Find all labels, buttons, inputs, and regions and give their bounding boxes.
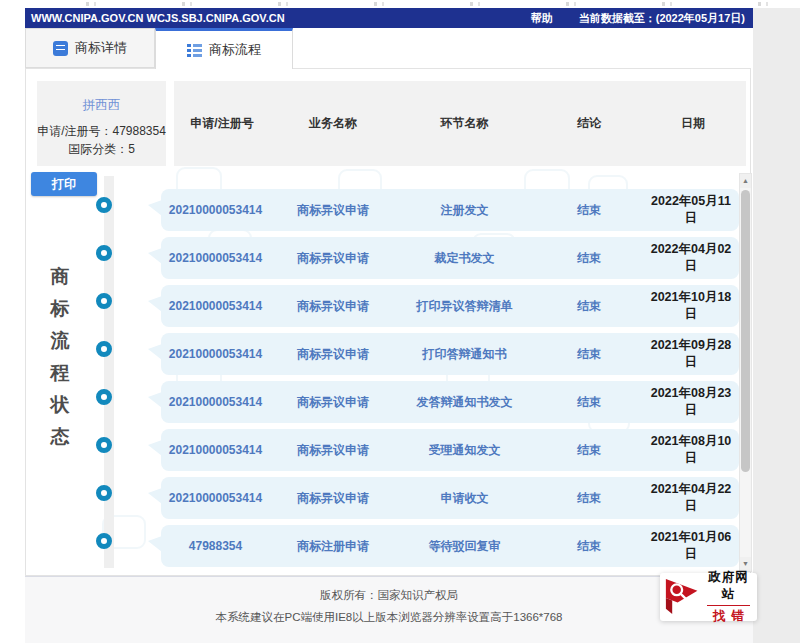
row-date: 2021年08月23日 xyxy=(645,385,737,419)
row-tail xyxy=(148,392,162,408)
row-date: 2021年08月10日 xyxy=(645,433,737,467)
scroll-up-icon[interactable]: ▲ xyxy=(740,174,751,188)
row-tail xyxy=(148,296,162,312)
row-date: 2021年01月06日 xyxy=(645,529,737,563)
site-urls: WWW.CNIPA.GOV.CN WCJS.SBJ.CNIPA.GOV.CN xyxy=(31,12,285,24)
scrollbar[interactable]: ▲ ▼ xyxy=(739,173,752,572)
row-business-name: 商标异议申请 xyxy=(270,298,396,315)
row-registration-number[interactable]: 20210000053414 xyxy=(161,203,270,217)
copyright-text: 版权所有：国家知识产权局 xyxy=(25,588,753,603)
row-stage-name: 申请收文 xyxy=(396,490,533,507)
row-business-name: 商标异议申请 xyxy=(270,346,396,363)
row-tail xyxy=(148,536,162,552)
process-row[interactable]: 20210000053414 商标异议申请 注册发文 结束 2022年05月11… xyxy=(161,189,739,231)
row-registration-number[interactable]: 20210000053414 xyxy=(161,395,270,409)
row-registration-number[interactable]: 20210000053414 xyxy=(161,347,270,361)
tab-trademark-details[interactable]: 商标详情 xyxy=(25,28,155,68)
row-business-name: 商标异议申请 xyxy=(270,490,396,507)
row-stage-name: 等待驳回复审 xyxy=(396,538,533,555)
error-report-flag-icon xyxy=(665,578,701,616)
scrollbar-thumb[interactable] xyxy=(741,190,750,472)
row-stage-name: 裁定书发文 xyxy=(396,250,533,267)
timeline-node xyxy=(96,533,112,549)
row-date: 2021年04月22日 xyxy=(645,481,737,515)
right-gutter xyxy=(753,8,800,643)
row-result: 结束 xyxy=(533,538,645,555)
row-result: 结束 xyxy=(533,202,645,219)
row-stage-name: 发答辩通知书发文 xyxy=(396,394,533,411)
process-row[interactable]: 47988354 商标注册申请 等待驳回复审 结束 2021年01月06日 xyxy=(161,525,739,567)
page: WWW.CNIPA.GOV.CN WCJS.SBJ.CNIPA.GOV.CN 帮… xyxy=(0,0,800,643)
row-stage-name: 打印异议答辩清单 xyxy=(396,298,533,315)
process-row[interactable]: 20210000053414 商标异议申请 打印答辩通知书 结束 2021年09… xyxy=(161,333,739,375)
process-row[interactable]: 20210000053414 商标异议申请 裁定书发文 结束 2022年04月0… xyxy=(161,237,739,279)
row-business-name: 商标异议申请 xyxy=(270,394,396,411)
document-icon xyxy=(53,41,68,56)
tab-bar: 商标详情 商标流程 xyxy=(25,28,753,68)
top-bar: WWW.CNIPA.GOV.CN WCJS.SBJ.CNIPA.GOV.CN 帮… xyxy=(25,8,753,28)
help-link[interactable]: 帮助 xyxy=(531,11,553,26)
timeline-node xyxy=(96,293,112,309)
process-row[interactable]: 20210000053414 商标异议申请 打印异议答辩清单 结束 2021年1… xyxy=(161,285,739,327)
process-rows: 20210000053414 商标异议申请 注册发文 结束 2022年05月11… xyxy=(26,69,750,575)
row-registration-number[interactable]: 20210000053414 xyxy=(161,443,270,457)
process-panel: 拼西西 申请/注册号：47988354 国际分类：5 申请/注册号业务名称环节名… xyxy=(25,68,751,576)
row-result: 结束 xyxy=(533,442,645,459)
row-registration-number[interactable]: 20210000053414 xyxy=(161,299,270,313)
timeline-node xyxy=(96,341,112,357)
timeline-node xyxy=(96,389,112,405)
tab-label: 商标流程 xyxy=(209,41,261,59)
browser-ruler xyxy=(0,2,800,6)
row-date: 2022年05月11日 xyxy=(645,193,737,227)
process-row[interactable]: 20210000053414 商标异议申请 受理通知发文 结束 2021年08月… xyxy=(161,429,739,471)
row-result: 结束 xyxy=(533,250,645,267)
row-result: 结束 xyxy=(533,394,645,411)
timeline-node xyxy=(96,245,112,261)
row-tail xyxy=(148,488,162,504)
row-registration-number[interactable]: 20210000053414 xyxy=(161,491,270,505)
row-business-name: 商标注册申请 xyxy=(270,538,396,555)
row-date: 2021年10月18日 xyxy=(645,289,737,323)
cnipa-window: WWW.CNIPA.GOV.CN WCJS.SBJ.CNIPA.GOV.CN 帮… xyxy=(25,8,753,643)
row-date: 2021年09月28日 xyxy=(645,337,737,371)
data-cutoff-label: 当前数据截至：(2022年05月17日) xyxy=(579,11,745,26)
row-tail xyxy=(148,344,162,360)
process-row[interactable]: 20210000053414 商标异议申请 申请收文 结束 2021年04月22… xyxy=(161,477,739,519)
row-result: 结束 xyxy=(533,346,645,363)
badge-title: 政府网站 xyxy=(705,569,752,603)
process-row[interactable]: 20210000053414 商标异议申请 发答辩通知书发文 结束 2021年0… xyxy=(161,381,739,423)
row-date: 2022年04月02日 xyxy=(645,241,737,275)
badge-action: 找错 xyxy=(705,608,752,625)
row-stage-name: 注册发文 xyxy=(396,202,533,219)
row-business-name: 商标异议申请 xyxy=(270,442,396,459)
timeline-node xyxy=(96,437,112,453)
row-business-name: 商标异议申请 xyxy=(270,202,396,219)
timeline-node xyxy=(96,485,112,501)
row-tail xyxy=(148,440,162,456)
timeline-node xyxy=(96,197,112,213)
gov-error-report-badge[interactable]: 政府网站 找错 xyxy=(660,573,757,621)
list-icon xyxy=(187,44,202,57)
row-registration-number[interactable]: 20210000053414 xyxy=(161,251,270,265)
row-tail xyxy=(148,248,162,264)
row-stage-name: 受理通知发文 xyxy=(396,442,533,459)
row-registration-number[interactable]: 47988354 xyxy=(161,539,270,553)
row-result: 结束 xyxy=(533,490,645,507)
browser-notice-text: 本系统建议在PC端使用IE8以上版本浏览器分辨率设置高于1366*768 xyxy=(25,610,753,625)
row-result: 结束 xyxy=(533,298,645,315)
tab-trademark-process[interactable]: 商标流程 xyxy=(155,28,293,69)
row-tail xyxy=(148,200,162,216)
footer: 版权所有：国家知识产权局 本系统建议在PC端使用IE8以上版本浏览器分辨率设置高… xyxy=(25,576,753,643)
badge-divider xyxy=(707,605,750,606)
tab-label: 商标详情 xyxy=(75,39,127,57)
row-business-name: 商标异议申请 xyxy=(270,250,396,267)
row-stage-name: 打印答辩通知书 xyxy=(396,346,533,363)
